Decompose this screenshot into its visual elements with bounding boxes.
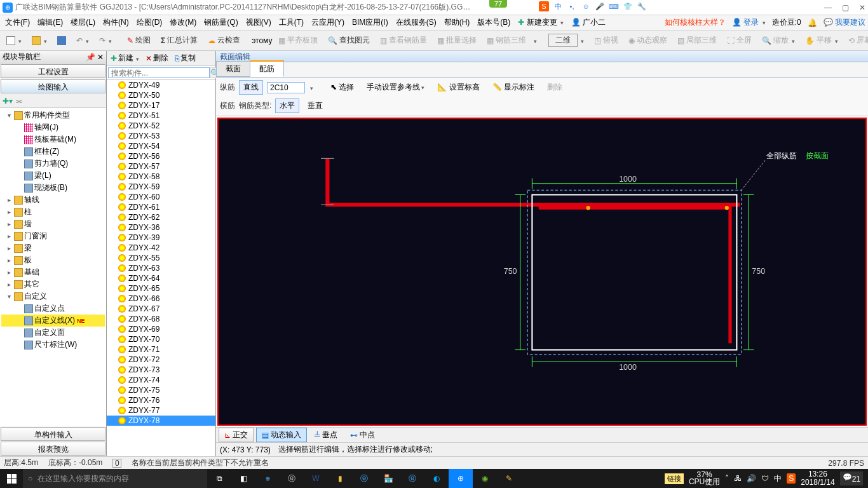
menu-rebar[interactable]: 钢筋量(Q) [201, 16, 240, 29]
maximize-button[interactable]: ▢ [842, 3, 849, 12]
menu-help[interactable]: 帮助(H) [442, 16, 473, 29]
component-item[interactable]: ZDYX-51 [107, 111, 215, 121]
minimize-button[interactable]: — [824, 3, 832, 12]
tree-item[interactable]: 框柱(Z) [1, 146, 105, 158]
tree-item[interactable]: 现浇板(B) [1, 182, 105, 194]
component-item[interactable]: ZDYX-52 [107, 121, 215, 131]
line-button[interactable]: 直线 [239, 80, 263, 95]
tree-item[interactable]: ▸板 [1, 254, 105, 266]
taskbar-search[interactable]: ○ 在这里输入你要搜索的内容 [23, 469, 207, 488]
2d-dropdown[interactable]: 二维 [545, 32, 588, 49]
zoom-button[interactable]: 🔍 缩放 [758, 33, 799, 48]
tree-item[interactable]: ▸其它 [1, 278, 105, 290]
new-change-button[interactable]: ✚ 新建变更 [515, 16, 566, 29]
task-notes[interactable]: ✎ [497, 469, 521, 488]
tray-clock[interactable]: 13:26 2018/1/14 [801, 470, 834, 487]
menu-floor[interactable]: 楼层(L) [68, 16, 98, 29]
component-item[interactable]: ZDYX-76 [107, 395, 215, 405]
viewrebar-button[interactable]: ▥ 查看钢筋量 [376, 33, 431, 48]
pan-button[interactable]: ✋ 平移 [801, 33, 842, 48]
flatslab-button[interactable]: ▦ 平齐板顶 [275, 33, 322, 48]
tree-item[interactable]: ▸基础 [1, 266, 105, 278]
feedback-button[interactable]: 💬 我要建议 [824, 17, 865, 28]
component-item[interactable]: ZDYX-39 [107, 233, 215, 243]
component-item[interactable]: ZDYX-56 [107, 151, 215, 161]
comp-search-input[interactable] [108, 67, 210, 78]
nav-add-icon[interactable]: ✚▾ [3, 97, 13, 105]
component-item[interactable]: ZDYX-68 [107, 314, 215, 324]
perp-button[interactable]: ╧垂点 [309, 428, 342, 442]
tree-item[interactable]: 自定义点 [1, 302, 105, 315]
screenrot-button[interactable]: ⟲ 屏幕旋转 [844, 33, 868, 48]
task-view-icon[interactable]: ⧉ [207, 469, 231, 488]
menu-bim[interactable]: BIM应用(I) [349, 16, 391, 29]
comp-new-button[interactable]: ✚新建 [108, 51, 142, 65]
menu-component[interactable]: 构件(N) [100, 16, 132, 29]
tray-safe-icon[interactable]: 🛡 [761, 474, 769, 483]
component-item[interactable]: ZDYX-61 [107, 202, 215, 212]
undo-button[interactable]: ↶ [72, 34, 93, 47]
batchsel-button[interactable]: ▦ 批量选择 [433, 33, 480, 48]
cpu-widget[interactable]: 37%CPU使用 [689, 471, 720, 485]
vert-button[interactable]: 垂直 [303, 98, 327, 113]
component-item[interactable]: ZDYX-74 [107, 375, 215, 385]
component-item[interactable]: ZDYX-72 [107, 355, 215, 365]
component-item[interactable]: ZDYX-64 [107, 273, 215, 283]
comp-copy-button[interactable]: ⎘复制 [172, 51, 198, 65]
tree-item[interactable]: 自定义线(X)NE [1, 315, 105, 327]
menu-version[interactable]: 版本号(B) [475, 16, 513, 29]
nav-tab-draw[interactable]: 绘图输入 [1, 79, 105, 93]
tree-item[interactable]: ▾自定义 [1, 290, 105, 302]
open-file-button[interactable] [28, 34, 51, 47]
component-item[interactable]: ZDYX-49 [107, 80, 215, 90]
dyninput-button[interactable]: ▤动态输入 [256, 428, 307, 442]
nav-tab-project[interactable]: 工程设置 [1, 64, 105, 78]
select-button[interactable]: ⬉ 选择 [326, 80, 358, 95]
findimg-button[interactable]: 🔍 查找图元 [324, 33, 374, 48]
task-browser[interactable]: ⓔ [352, 469, 376, 488]
tray-notifications[interactable]: 💬21 [840, 471, 863, 485]
guangxiaoer-button[interactable]: 👤 广小二 [569, 16, 608, 29]
component-item[interactable]: ZDYX-65 [107, 283, 215, 294]
fullscreen-button[interactable]: ⛶ 全屏 [723, 33, 756, 48]
nav-link-icon[interactable]: ⫘ [15, 97, 23, 105]
component-item[interactable]: ZDYX-53 [107, 131, 215, 141]
menu-draw[interactable]: 绘图(D) [134, 16, 165, 29]
tree-item[interactable]: ▸门窗洞 [1, 230, 105, 242]
component-item[interactable]: ZDYX-57 [107, 161, 215, 172]
tree-item[interactable]: ▾常用构件类型 [1, 109, 105, 121]
ortho-button[interactable]: ⊾正交 [219, 428, 254, 442]
tree-item[interactable]: 自定义面 [1, 327, 105, 339]
component-item[interactable]: ZDYX-42 [107, 243, 215, 253]
component-item[interactable]: ZDYX-62 [107, 212, 215, 222]
tab-section[interactable]: 截面 [216, 61, 250, 77]
nav-single-input[interactable]: 单构件输入 [1, 427, 105, 441]
menu-view[interactable]: 视图(V) [243, 16, 274, 29]
start-button[interactable] [0, 469, 23, 488]
task-explorer[interactable]: ▮ [328, 469, 352, 488]
menu-online[interactable]: 在线服务(S) [393, 16, 439, 29]
show-dim-button[interactable]: 📏 显示标注 [488, 80, 539, 95]
component-item[interactable]: ZDYX-54 [107, 141, 215, 151]
component-item[interactable]: ZDYX-77 [107, 405, 215, 416]
task-word[interactable]: W [304, 469, 328, 488]
cloudcheck-button[interactable]: ☁云检查 [204, 33, 244, 48]
tray-up-icon[interactable]: ˄ [725, 474, 729, 483]
tray-volume-icon[interactable]: 🔊 [747, 474, 756, 483]
spec-dropdown[interactable] [309, 83, 313, 92]
tree-item[interactable]: 尺寸标注(W) [1, 339, 105, 351]
tree-item[interactable]: ▸柱 [1, 206, 105, 218]
tab-rebar[interactable]: 配筋 [250, 60, 284, 77]
bell-icon[interactable]: 🔔 [808, 18, 817, 27]
sumcalc-button[interactable]: Σ 汇总计算 [157, 33, 201, 48]
promo-text[interactable]: 如何核核柱大样？ [665, 17, 726, 28]
component-item[interactable]: ZDYX-71 [107, 344, 215, 355]
component-item[interactable]: ZDYX-36 [107, 222, 215, 233]
mid-button[interactable]: ⊷中点 [345, 428, 380, 442]
component-item[interactable]: ZDYX-59 [107, 182, 215, 192]
menu-file[interactable]: 文件(F) [3, 16, 32, 29]
close-button[interactable]: ✕ [859, 3, 865, 12]
menu-tool[interactable]: 工具(T) [276, 16, 306, 29]
tree-item[interactable]: 剪力墙(Q) [1, 158, 105, 170]
toolbar-overflow[interactable] [532, 36, 537, 45]
